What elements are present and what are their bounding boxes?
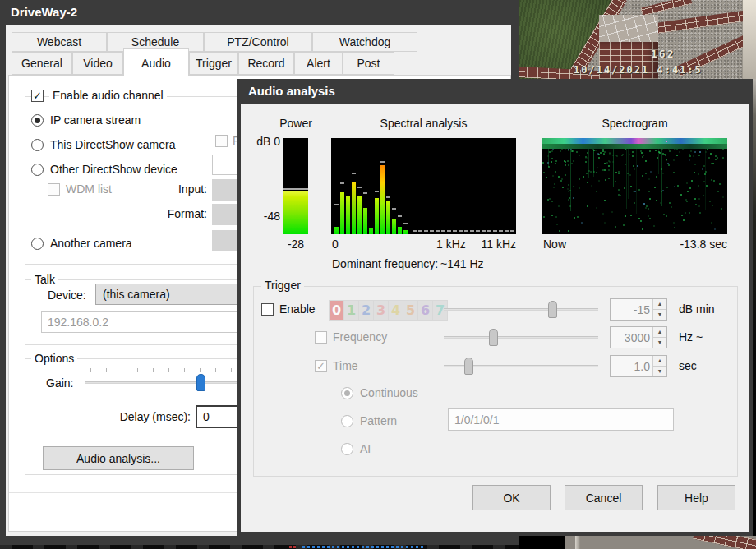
ok-button[interactable]: OK	[472, 485, 551, 510]
spinner-up-icon[interactable]: ▲	[652, 299, 666, 310]
format-label: Format:	[123, 207, 207, 220]
tab-general[interactable]: General	[12, 52, 72, 75]
spectrogram-streak	[570, 149, 571, 211]
gain-label: Gain:	[46, 376, 73, 390]
spectral-analysis-panel	[331, 138, 516, 234]
peak-hold-marker	[403, 223, 408, 224]
spectrogram-streak	[588, 149, 589, 178]
frequency-checkbox[interactable]	[315, 331, 327, 344]
continuous-radio[interactable]	[341, 387, 353, 399]
video-black-patch	[519, 536, 565, 549]
tab-video[interactable]: Video	[72, 52, 123, 75]
ai-label: AI	[360, 442, 371, 455]
tab-post[interactable]: Post	[343, 52, 394, 75]
trigger-enable-checkbox[interactable]	[261, 303, 274, 316]
spinner-up-icon[interactable]: ▲	[652, 356, 666, 367]
another-camera-radio[interactable]	[31, 238, 44, 250]
ai-radio[interactable]	[341, 443, 353, 455]
power-peak-line	[284, 188, 308, 190]
frequency-spinner[interactable]: 3000 ▲ ▼	[610, 326, 667, 348]
tab-record[interactable]: Record	[238, 52, 294, 75]
tab-watchdog[interactable]: Watchdog	[312, 32, 417, 52]
tab-audio[interactable]: Audio	[123, 48, 189, 76]
spinner-down-icon[interactable]: ▼	[652, 367, 666, 377]
talk-device-value: (this camera)	[103, 288, 170, 301]
power-value-label: -28	[280, 238, 311, 251]
frequency-label: Frequency	[333, 330, 387, 344]
baseline-peak-marker	[418, 230, 422, 232]
spectrogram-streak	[658, 149, 659, 174]
audio-analysis-button[interactable]: Audio analysis...	[43, 446, 194, 470]
help-button[interactable]: Help	[657, 485, 735, 510]
fo-checkbox[interactable]	[215, 135, 228, 147]
db-zero-label: dB 0	[247, 135, 280, 148]
baseline-peak-marker	[482, 230, 486, 232]
pattern-radio[interactable]	[341, 415, 353, 427]
enable-audio-channel-checkbox[interactable]: ✓	[31, 90, 44, 102]
channel-digit-0: 0	[330, 301, 343, 320]
baseline-peak-marker	[447, 230, 451, 232]
channel-digit-4: 4	[389, 301, 403, 320]
baseline-peak-marker	[493, 230, 497, 232]
time-checkbox[interactable]: ✓	[315, 360, 327, 372]
spinner-up-icon[interactable]: ▲	[652, 327, 666, 338]
peak-hold-marker	[386, 196, 390, 198]
channel-digit-1: 1	[344, 301, 358, 320]
pattern-label: Pattern	[360, 414, 397, 427]
this-directshow-radio[interactable]	[31, 139, 44, 151]
baseline-peak-marker	[430, 230, 434, 232]
spectral-header: Spectral analysis	[331, 116, 516, 131]
baseline-peak-marker	[436, 230, 440, 232]
frequency-slider[interactable]	[444, 329, 598, 346]
other-directshow-radio[interactable]	[31, 164, 44, 176]
tick-mark	[106, 368, 107, 372]
tick-mark	[200, 368, 201, 372]
level-slider[interactable]	[444, 301, 598, 318]
trigger-legend: Trigger	[261, 279, 304, 292]
tab-ptz-control[interactable]: PTZ/Control	[204, 32, 312, 52]
tick-mark	[168, 368, 169, 372]
time-spinner[interactable]: 1.0 ▲ ▼	[610, 355, 667, 377]
this-directshow-label: This DirectShow camera	[50, 138, 176, 151]
time-slider[interactable]	[444, 358, 598, 375]
tick-mark	[184, 368, 185, 372]
trigger-enable-label: Enable	[279, 302, 316, 316]
wdm-list-label: WDM list	[66, 182, 112, 196]
spinner-down-icon[interactable]: ▼	[652, 338, 666, 348]
wdm-list-checkbox[interactable]	[48, 183, 60, 196]
spectrogram-streak	[636, 149, 637, 214]
ip-camera-stream-radio[interactable]	[31, 114, 44, 127]
tick-mark	[122, 368, 122, 372]
spectral-bar	[392, 219, 396, 234]
spectral-bar	[375, 198, 379, 234]
tab-webcast[interactable]: Webcast	[12, 32, 107, 52]
level-value: -15	[611, 299, 650, 320]
spectral-bar	[398, 227, 402, 234]
spinner-down-icon[interactable]: ▼	[652, 310, 666, 321]
another-camera-label: Another camera	[50, 237, 132, 250]
spectrogram-header: Spectrogram	[542, 116, 727, 131]
brick-border	[641, 0, 693, 16]
peak-hold-marker	[380, 161, 385, 163]
spectrogram-streak	[662, 149, 662, 206]
spectral-bar	[386, 201, 390, 234]
level-spinner[interactable]: -15 ▲ ▼	[610, 298, 667, 321]
spectrogram-speckles	[542, 138, 544, 140]
cancel-button[interactable]: Cancel	[565, 485, 643, 510]
tab-alert[interactable]: Alert	[294, 52, 343, 75]
pattern-field[interactable]: 1/0/1/0/1	[448, 408, 674, 431]
spectrogram-now-label: Now	[543, 238, 566, 251]
spectral-bar	[363, 208, 367, 234]
spectral-bar	[403, 230, 408, 234]
gain-slider-thumb[interactable]	[196, 374, 205, 391]
talk-address-field[interactable]: 192.168.0.2	[41, 311, 256, 333]
spectrogram-streak	[613, 149, 614, 187]
talk-legend: Talk	[31, 273, 58, 286]
camera-video-bottom-strip	[0, 545, 519, 549]
tab-trigger[interactable]: Trigger	[189, 52, 238, 75]
pattern-value: 1/0/1/0/1	[454, 413, 500, 427]
channel-digit-6: 6	[418, 301, 432, 320]
spectral-tick-0: 0	[332, 238, 339, 251]
spectral-tick-11khz: 11 kHz	[475, 238, 516, 251]
baseline-peak-marker	[464, 230, 468, 232]
